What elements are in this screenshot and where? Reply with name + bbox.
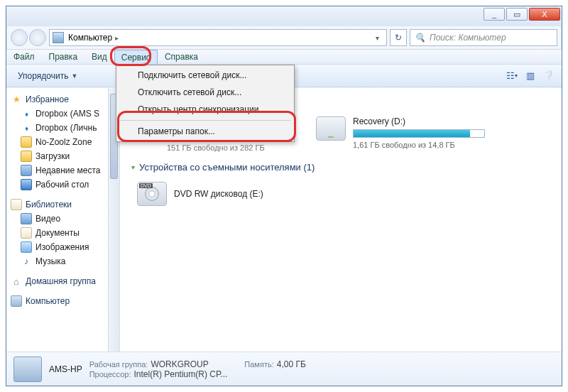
sidebar-item-music[interactable]: ♪Музыка [11, 254, 116, 268]
sidebar-item-videos[interactable]: Видео [11, 212, 116, 226]
details-pane: AMS-HP Рабочая группа:WORKGROUP Процессо… [6, 352, 562, 386]
memory-value: 4,00 ГБ [277, 359, 306, 369]
drive-d-free-text: 1,61 ГБ свободно из 14,8 ГБ [353, 141, 485, 149]
cpu-value: Intel(R) Pentium(R) CP... [134, 369, 228, 379]
menu-open-sync-center[interactable]: Открыть центр синхронизации... [118, 101, 293, 118]
nav-forward-button[interactable] [29, 29, 46, 46]
view-mode-button[interactable]: ☷▾ [505, 70, 519, 82]
desktop-icon [21, 179, 32, 190]
dvd-label: DVD RW дисковод (E:) [174, 189, 263, 199]
documents-icon [21, 227, 32, 239]
drive-d-usage-bar [353, 129, 485, 138]
address-bar: Компьютер ▾ ↻ 🔍 Поиск: Компьютер [6, 26, 562, 49]
breadcrumb[interactable]: Компьютер ▾ [49, 29, 387, 46]
sidebar-item-pictures[interactable]: Изображения [11, 240, 116, 254]
computer-icon [53, 32, 64, 43]
computer-large-icon [13, 356, 42, 382]
breadcrumb-root[interactable]: Компьютер [68, 33, 119, 43]
navigation-pane: ★ Избранное ⬧Dropbox (AMS S ⬧Dropbox (Ли… [6, 88, 120, 352]
dropbox-icon: ⬧ [21, 122, 32, 134]
recent-icon [21, 165, 32, 176]
close-button[interactable]: X [529, 8, 560, 21]
search-input[interactable]: 🔍 Поиск: Компьютер [410, 29, 557, 46]
sidebar-computer-header[interactable]: Компьютер [11, 294, 116, 308]
tools-dropdown: Подключить сетевой диск... Отключить сет… [116, 65, 295, 142]
star-icon: ★ [11, 94, 22, 105]
menu-file[interactable]: Файл [6, 50, 42, 64]
menu-tools[interactable]: Сервис [114, 50, 158, 64]
workgroup-value: WORKGROUP [151, 359, 208, 369]
sidebar-favorites-header[interactable]: ★ Избранное [11, 92, 116, 107]
menu-view[interactable]: Вид [84, 50, 114, 64]
sidebar-libraries-header[interactable]: Библиотеки [11, 197, 116, 212]
menu-map-network-drive[interactable]: Подключить сетевой диск... [118, 67, 293, 84]
organize-button[interactable]: Упорядочить▼ [12, 68, 83, 84]
drive-c-free-text: 151 ГБ свободно из 282 ГБ [167, 143, 265, 152]
menu-separator [119, 120, 291, 121]
search-placeholder: Поиск: Компьютер [430, 33, 506, 43]
search-icon: 🔍 [415, 33, 425, 43]
sidebar-item-documents[interactable]: Документы [11, 226, 116, 240]
sidebar-item-desktop[interactable]: Рабочий стол [11, 178, 116, 192]
breadcrumb-dropdown-icon[interactable]: ▾ [371, 34, 383, 42]
music-icon: ♪ [21, 256, 32, 267]
dvd-badge: DVD [139, 183, 153, 188]
preview-pane-button[interactable]: ▥ [523, 70, 537, 82]
menu-disconnect-network-drive[interactable]: Отключить сетевой диск... [118, 84, 293, 101]
refresh-button[interactable]: ↻ [390, 29, 407, 46]
drive-recovery-d[interactable]: Recovery (D:) 1,61 ГБ свободно из 14,8 Г… [316, 116, 485, 149]
dvd-drive-e[interactable]: DVD DVD RW дисковод (E:) [137, 182, 263, 206]
sidebar-item-recent[interactable]: Недавние места [11, 163, 116, 178]
sidebar-item-downloads[interactable]: Загрузки [11, 149, 116, 163]
cpu-label: Процессор: [89, 370, 131, 379]
menu-edit[interactable]: Правка [42, 50, 85, 64]
collapse-icon: ▾ [131, 163, 135, 171]
libraries-icon [11, 199, 22, 210]
sidebar-item-dropbox-ams[interactable]: ⬧Dropbox (AMS S [11, 107, 116, 121]
menubar: Файл Правка Вид Сервис Справка [6, 49, 562, 65]
pictures-icon [21, 241, 32, 253]
drive-d-label: Recovery (D:) [353, 116, 485, 126]
video-icon [21, 213, 32, 224]
titlebar: _ ▭ X [6, 6, 562, 26]
maximize-button[interactable]: ▭ [506, 8, 528, 21]
hdd-icon [316, 116, 346, 141]
help-button[interactable]: ❔ [542, 70, 556, 82]
sidebar-homegroup-header[interactable]: ⌂ Домашняя группа [11, 274, 116, 288]
folder-icon [21, 151, 32, 162]
removable-devices-header[interactable]: ▾ Устройства со съемными носителями (1) [131, 162, 315, 173]
computer-icon [11, 295, 22, 307]
minimize-button[interactable]: _ [484, 8, 505, 21]
workgroup-label: Рабочая группа: [89, 360, 148, 369]
folder-icon [21, 136, 32, 148]
menu-folder-options[interactable]: Параметры папок... [118, 123, 293, 140]
sidebar-item-dropbox-personal[interactable]: ⬧Dropbox (Личнь [11, 121, 116, 135]
homegroup-icon: ⌂ [11, 276, 22, 287]
dvd-drive-icon: DVD [137, 182, 167, 206]
chevron-down-icon: ▼ [71, 72, 77, 80]
sidebar-item-nozoolz[interactable]: No-Zoolz Zone [11, 135, 116, 149]
dropbox-icon: ⬧ [21, 108, 32, 119]
menu-help[interactable]: Справка [158, 50, 205, 64]
explorer-window: _ ▭ X Компьютер ▾ ↻ 🔍 Поиск: Компьютер Ф… [6, 6, 562, 386]
nav-back-button[interactable] [11, 29, 28, 46]
memory-label: Память: [244, 360, 273, 369]
computer-name: AMS-HP [49, 364, 82, 374]
